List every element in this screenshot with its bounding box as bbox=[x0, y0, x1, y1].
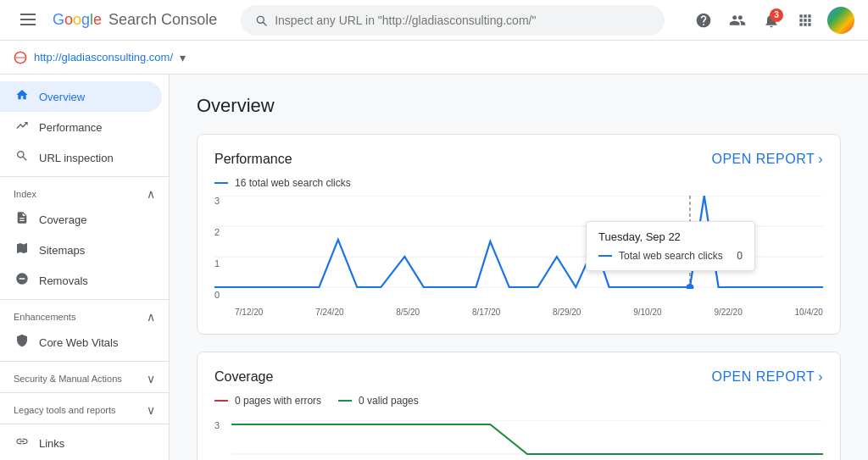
tooltip-label: Total web search clicks bbox=[619, 250, 723, 262]
topbar-actions: 3 bbox=[688, 5, 854, 36]
main-content: Overview Performance OPEN REPORT › 16 to… bbox=[170, 75, 868, 460]
coverage-y-labels: 3 2 bbox=[214, 420, 231, 460]
coverage-errors-label: 0 pages with errors bbox=[235, 395, 321, 407]
performance-open-report-arrow: › bbox=[818, 152, 823, 167]
x-label-3: 8/17/20 bbox=[472, 308, 500, 317]
x-label-5: 9/10/20 bbox=[633, 308, 661, 317]
tooltip-line-indicator bbox=[598, 255, 612, 257]
coverage-card: Coverage OPEN REPORT › 0 pages with erro… bbox=[197, 352, 841, 460]
section-security-label: Security & Manual Actions bbox=[14, 374, 122, 384]
performance-legend-line bbox=[214, 182, 228, 184]
sitemaps-icon bbox=[14, 241, 31, 258]
notification-badge: 3 bbox=[770, 8, 783, 22]
inspect-icon bbox=[14, 149, 31, 166]
svg-rect-2 bbox=[20, 24, 36, 25]
index-chevron[interactable]: ∧ bbox=[147, 187, 155, 201]
x-label-1: 7/24/20 bbox=[315, 308, 343, 317]
user-icon-button[interactable] bbox=[722, 5, 753, 36]
sidebar-label-sitemaps: Sitemaps bbox=[39, 244, 85, 257]
tooltip-item: Total web search clicks 0 bbox=[598, 250, 743, 262]
x-label-0: 7/12/20 bbox=[235, 308, 263, 317]
sidebar-label-url-inspection: URL inspection bbox=[39, 152, 114, 164]
coverage-legend-valid: 0 valid pages bbox=[338, 395, 419, 407]
divider-1 bbox=[0, 176, 169, 177]
property-dropdown[interactable]: ▾ bbox=[180, 51, 186, 64]
legacy-chevron[interactable]: ∨ bbox=[147, 403, 155, 417]
coverage-valid-label: 0 valid pages bbox=[359, 395, 419, 407]
search-input[interactable] bbox=[275, 14, 651, 27]
security-chevron[interactable]: ∨ bbox=[147, 372, 155, 385]
coverage-legend-errors: 0 pages with errors bbox=[214, 395, 321, 407]
coverage-card-header: Coverage OPEN REPORT › bbox=[214, 369, 823, 385]
apps-icon bbox=[797, 12, 814, 29]
section-index: Index ∧ bbox=[0, 180, 169, 204]
removals-icon bbox=[14, 272, 31, 289]
property-url[interactable]: http://gladiasconsulting.com/ bbox=[34, 51, 173, 64]
sidebar-label-removals: Removals bbox=[39, 274, 88, 287]
coverage-legend: 0 pages with errors 0 valid pages bbox=[214, 395, 823, 413]
sidebar-item-removals[interactable]: Removals bbox=[0, 265, 162, 296]
section-index-label: Index bbox=[14, 189, 36, 199]
sidebar-label-core-web-vitals: Core Web Vitals bbox=[39, 336, 118, 349]
x-label-6: 9/22/20 bbox=[714, 308, 742, 317]
coverage-open-report-arrow: › bbox=[818, 369, 823, 385]
home-icon bbox=[14, 88, 31, 105]
section-legacy-label: Legacy tools and reports bbox=[14, 405, 115, 415]
coverage-errors-line bbox=[214, 400, 228, 402]
sidebar-item-overview[interactable]: Overview bbox=[0, 81, 162, 112]
x-axis-labels: 7/12/20 7/24/20 8/5/20 8/17/20 8/29/20 9… bbox=[235, 308, 823, 317]
coverage-open-report-label: OPEN REPORT bbox=[712, 369, 815, 385]
performance-card: Performance OPEN REPORT › 16 total web s… bbox=[197, 134, 841, 335]
section-enhancements: Enhancements ∧ bbox=[0, 303, 169, 327]
topbar: Google Search Console 3 bbox=[0, 0, 868, 41]
user-icon bbox=[729, 12, 746, 29]
sidebar-label-coverage: Coverage bbox=[39, 213, 86, 226]
coverage-chart-area: 3 2 bbox=[214, 420, 823, 460]
notifications-button[interactable]: 3 bbox=[756, 5, 787, 36]
apps-button[interactable] bbox=[790, 5, 821, 36]
sidebar: Overview Performance URL inspection Inde… bbox=[0, 75, 170, 460]
coverage-icon bbox=[14, 211, 31, 228]
section-legacy[interactable]: Legacy tools and reports ∨ bbox=[0, 396, 169, 420]
avatar[interactable] bbox=[827, 7, 854, 34]
sidebar-label-performance: Performance bbox=[39, 121, 102, 134]
logo: Google Search Console bbox=[53, 11, 217, 29]
section-security[interactable]: Security & Manual Actions ∨ bbox=[0, 365, 169, 389]
svg-rect-1 bbox=[20, 19, 36, 20]
performance-legend-label: 16 total web search clicks bbox=[235, 177, 351, 189]
svg-rect-0 bbox=[20, 14, 36, 15]
coverage-open-report[interactable]: OPEN REPORT › bbox=[712, 369, 824, 385]
sidebar-item-coverage[interactable]: Coverage bbox=[0, 204, 162, 235]
sidebar-item-core-web-vitals[interactable]: Core Web Vitals bbox=[0, 327, 162, 357]
x-label-7: 10/4/20 bbox=[795, 308, 823, 317]
product-name: Search Console bbox=[108, 11, 217, 29]
help-button[interactable] bbox=[688, 5, 719, 36]
sidebar-item-performance[interactable]: Performance bbox=[0, 112, 162, 142]
sidebar-item-url-inspection[interactable]: URL inspection bbox=[0, 142, 162, 173]
tooltip-value: 0 bbox=[737, 250, 743, 262]
coverage-y-label-3: 3 bbox=[214, 420, 231, 430]
page-title: Overview bbox=[197, 95, 841, 117]
sidebar-item-links[interactable]: Links bbox=[0, 428, 162, 458]
help-icon bbox=[695, 12, 712, 29]
performance-card-header: Performance OPEN REPORT › bbox=[214, 152, 823, 167]
section-enhancements-label: Enhancements bbox=[14, 312, 75, 322]
main-layout: Overview Performance URL inspection Inde… bbox=[0, 75, 868, 460]
performance-open-report[interactable]: OPEN REPORT › bbox=[712, 152, 824, 167]
performance-icon bbox=[14, 119, 31, 136]
property-favicon bbox=[14, 51, 27, 64]
performance-legend: 16 total web search clicks bbox=[214, 177, 823, 189]
divider-4 bbox=[0, 392, 169, 393]
tooltip-date: Tuesday, Sep 22 bbox=[598, 230, 743, 243]
chart-tooltip: Tuesday, Sep 22 Total web search clicks … bbox=[586, 221, 755, 271]
search-bar[interactable] bbox=[241, 5, 665, 36]
menu-icon[interactable] bbox=[14, 3, 42, 36]
property-bar: http://gladiasconsulting.com/ ▾ bbox=[0, 41, 868, 75]
divider-5 bbox=[0, 424, 169, 424]
x-label-2: 8/5/20 bbox=[396, 308, 420, 317]
enhancements-chevron[interactable]: ∧ bbox=[147, 310, 155, 324]
divider-2 bbox=[0, 299, 169, 300]
sidebar-item-sitemaps[interactable]: Sitemaps bbox=[0, 235, 162, 265]
coverage-card-title: Coverage bbox=[214, 369, 273, 385]
coverage-svg-container bbox=[231, 420, 823, 460]
